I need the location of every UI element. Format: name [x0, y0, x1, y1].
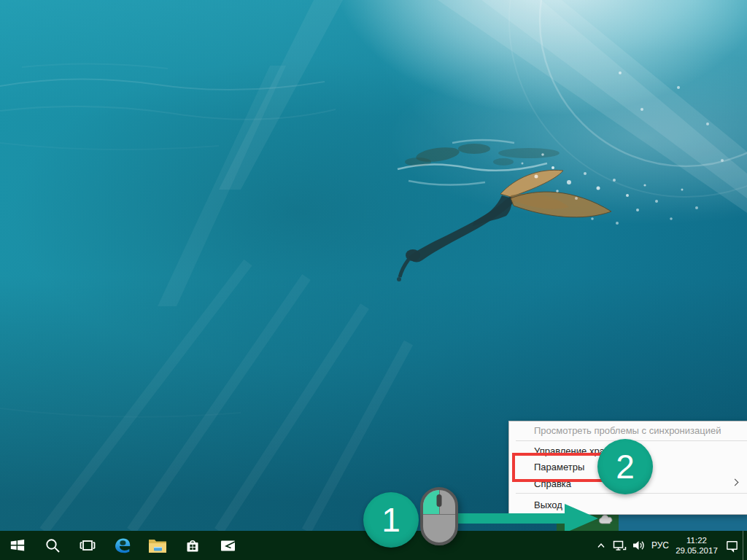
- search-icon: [44, 537, 61, 554]
- tray-expand-button[interactable]: [592, 531, 610, 560]
- store-icon: [184, 537, 201, 554]
- surface-reflections: [405, 144, 560, 166]
- chevron-up-icon: [595, 540, 607, 551]
- pointer-arrow-shaft: [458, 513, 568, 524]
- action-center-icon: [725, 539, 739, 553]
- step1-number: 1: [382, 500, 400, 540]
- file-explorer-button[interactable]: [140, 531, 175, 560]
- mouse-annotation: [420, 487, 458, 545]
- step2-number: 2: [616, 447, 635, 486]
- network-icon: [612, 538, 627, 553]
- onedrive-cloud-icon[interactable]: [597, 514, 614, 526]
- search-button[interactable]: [35, 531, 70, 560]
- desktop: Просмотреть проблемы с синхронизацией Уп…: [0, 0, 747, 560]
- clock[interactable]: 11:22 29.05.2017: [673, 531, 721, 560]
- start-button[interactable]: [0, 531, 35, 560]
- light-rays: [44, 262, 409, 531]
- clock-date: 29.05.2017: [676, 545, 718, 556]
- step2-badge: 2: [597, 439, 653, 494]
- mouse-scroll-wheel: [437, 494, 442, 507]
- diving-fins: [500, 170, 611, 217]
- language-indicator[interactable]: РУС: [648, 531, 673, 560]
- volume-icon: [631, 538, 646, 553]
- system-tray: РУС 11:22 29.05.2017: [592, 531, 747, 560]
- mail-button[interactable]: [210, 531, 245, 560]
- show-desktop-button[interactable]: [743, 531, 747, 560]
- mail-icon: [219, 537, 237, 553]
- file-explorer-icon: [148, 537, 167, 553]
- action-center-button[interactable]: [721, 531, 743, 560]
- menu-item-label: Выход: [534, 499, 562, 510]
- menu-item-exit[interactable]: Выход: [509, 495, 747, 514]
- menu-item-sync-problems[interactable]: Просмотреть проблемы с синхронизацией: [509, 421, 747, 439]
- submenu-arrow-icon: [732, 479, 739, 486]
- volume-tray-button[interactable]: [629, 531, 648, 560]
- mouse-right-button: [440, 490, 455, 515]
- task-view-button[interactable]: [70, 531, 105, 560]
- pointer-arrow-head: [565, 504, 598, 533]
- store-button[interactable]: [175, 531, 210, 560]
- task-view-icon: [79, 537, 96, 554]
- edge-button[interactable]: [105, 531, 140, 560]
- network-tray-button[interactable]: [610, 531, 629, 560]
- step1-badge: 1: [363, 492, 419, 548]
- menu-item-label: Просмотреть проблемы с синхронизацией: [534, 425, 721, 436]
- clock-time: 11:22: [676, 535, 718, 545]
- edge-icon: [113, 536, 132, 555]
- windows-logo-icon: [9, 537, 26, 553]
- language-label: РУС: [651, 540, 669, 551]
- swimmer-silhouette: [397, 195, 515, 281]
